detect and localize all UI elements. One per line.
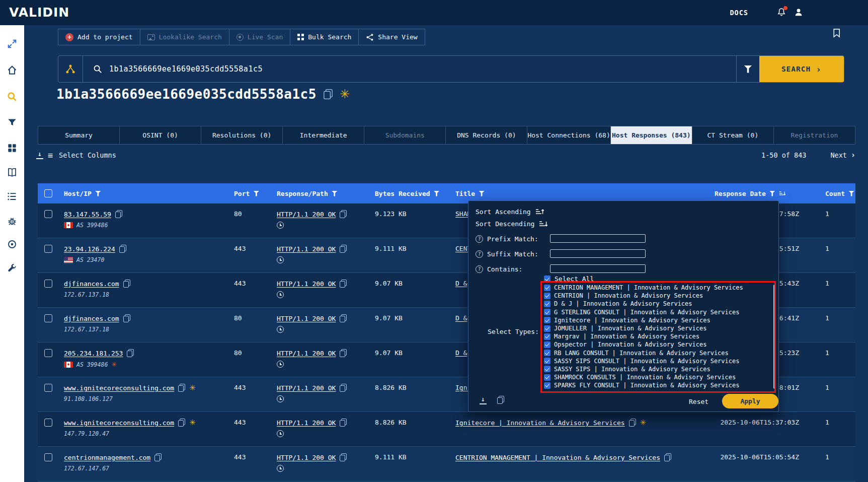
clock-icon[interactable]: [277, 465, 284, 472]
download-icon[interactable]: ↓: [38, 151, 42, 159]
sidebar-item-tools[interactable]: [7, 262, 18, 273]
reset-button[interactable]: Reset: [689, 398, 708, 405]
row-checkbox[interactable]: [44, 280, 52, 288]
filter-icon[interactable]: [95, 191, 101, 196]
checked-checkbox-icon[interactable]: [544, 358, 550, 364]
filter-icon[interactable]: [253, 191, 259, 196]
response-title-link[interactable]: CENTRION MANAGEMENT | Innovation & Advis…: [455, 454, 660, 461]
sort-descending-option[interactable]: Sort Descending: [476, 218, 547, 229]
checked-checkbox-icon[interactable]: [544, 374, 550, 381]
search-input[interactable]: [109, 64, 736, 74]
host-link[interactable]: 205.234.181.253: [64, 350, 123, 357]
clock-icon[interactable]: [277, 326, 284, 333]
checked-checkbox-icon[interactable]: [544, 317, 550, 323]
type-option[interactable]: JOMUELLER | Innovation & Advisory Servic…: [544, 324, 771, 332]
bookmark-icon[interactable]: [831, 28, 842, 40]
response-link[interactable]: HTTP/1.1 200 OK: [277, 211, 336, 218]
copy-icon[interactable]: [629, 419, 636, 427]
row-checkbox[interactable]: [44, 349, 52, 357]
row-checkbox[interactable]: [44, 314, 52, 322]
clock-icon[interactable]: [277, 291, 284, 298]
host-link[interactable]: www.ignitecoreconsulting.com: [64, 384, 174, 392]
checked-checkbox-icon[interactable]: [544, 276, 550, 282]
tab-resolutions[interactable]: Resolutions (0): [201, 126, 283, 145]
favorite-star-icon[interactable]: ✳: [640, 419, 647, 427]
host-link[interactable]: 23.94.126.224: [64, 245, 115, 253]
copy-icon[interactable]: [119, 245, 126, 253]
filter-icon[interactable]: [479, 191, 485, 196]
account-button[interactable]: [794, 7, 805, 18]
response-title-link[interactable]: D &: [455, 349, 467, 357]
sidebar-item-bug[interactable]: [7, 215, 18, 226]
host-link[interactable]: centrionmanagement.com: [64, 454, 150, 461]
checked-checkbox-icon[interactable]: [544, 382, 550, 389]
copy-icon[interactable]: [340, 210, 347, 218]
apply-button[interactable]: Apply: [722, 394, 778, 408]
checked-checkbox-icon[interactable]: [544, 285, 550, 291]
sidebar-item-filter[interactable]: [7, 117, 18, 128]
row-checkbox[interactable]: [44, 384, 52, 392]
copy-icon[interactable]: [340, 245, 347, 253]
type-option[interactable]: Ignitecore | Innovation & Advisory Servi…: [544, 316, 771, 324]
checked-checkbox-icon[interactable]: [544, 366, 550, 372]
response-title-link[interactable]: D &: [455, 314, 467, 322]
row-checkbox[interactable]: [44, 245, 52, 253]
copy-icon[interactable]: [324, 89, 333, 99]
response-link[interactable]: HTTP/1.1 200 OK: [277, 419, 336, 427]
clock-icon[interactable]: [277, 222, 284, 229]
copy-icon[interactable]: [115, 210, 122, 218]
help-icon[interactable]: ?: [476, 250, 483, 258]
copy-icon[interactable]: [154, 453, 162, 461]
docs-link[interactable]: DOCS: [730, 9, 748, 17]
type-option[interactable]: D & J | Innovation & Advisory Services: [544, 300, 771, 308]
graph-mode-button[interactable]: [58, 56, 83, 82]
copy-icon[interactable]: [340, 384, 347, 392]
response-link[interactable]: HTTP/1.1 200 OK: [277, 315, 336, 322]
response-link[interactable]: HTTP/1.1 200 OK: [277, 245, 336, 253]
filter-icon[interactable]: [332, 191, 338, 196]
checked-checkbox-icon[interactable]: [544, 301, 550, 307]
add-to-project-button[interactable]: + Add to project: [58, 29, 140, 45]
scrollbar-thumb[interactable]: [773, 285, 776, 389]
copy-icon[interactable]: [340, 349, 347, 357]
type-option[interactable]: G STERLING CONSULT | Innovation & Adviso…: [544, 308, 771, 316]
tab-intermediate[interactable]: Intermediate: [283, 126, 364, 145]
copy-icon[interactable]: [340, 453, 347, 461]
validin-logo[interactable]: VALIDIN: [9, 5, 69, 20]
response-link[interactable]: HTTP/1.1 200 OK: [277, 384, 336, 392]
clock-icon[interactable]: [277, 430, 284, 437]
filter-icon[interactable]: [434, 191, 440, 196]
clock-icon[interactable]: [277, 395, 284, 402]
sidebar-item-expand[interactable]: [7, 38, 18, 49]
clock-icon[interactable]: [277, 256, 284, 263]
sidebar-item-pivots[interactable]: [7, 239, 18, 250]
favorite-star-icon[interactable]: ✳: [340, 88, 350, 100]
select-all-rows-checkbox[interactable]: [44, 189, 52, 197]
type-option[interactable]: Opspector | Innovation & Advisory Servic…: [544, 340, 771, 349]
tab-osint[interactable]: OSINT (0): [120, 126, 201, 145]
copy-icon[interactable]: [497, 396, 504, 404]
prefix-match-input[interactable]: [550, 234, 646, 243]
type-option[interactable]: RB LANG CONSULT | Innovation & Advisory …: [544, 349, 771, 357]
type-option[interactable]: SASSY SIPS | Innovation & Advisory Servi…: [544, 365, 771, 373]
checked-checkbox-icon[interactable]: [544, 325, 550, 332]
notifications-button[interactable]: [776, 7, 787, 18]
copy-icon[interactable]: [178, 419, 185, 427]
tab-dns-records[interactable]: DNS Records (0): [446, 126, 527, 145]
row-checkbox[interactable]: [44, 453, 52, 461]
sidebar-item-reference[interactable]: [7, 167, 18, 178]
filter-icon[interactable]: [848, 191, 854, 196]
next-page-button[interactable]: Next ›: [830, 151, 855, 160]
tab-ct-stream[interactable]: CT Stream (0): [692, 126, 774, 145]
copy-icon[interactable]: [123, 280, 130, 288]
clock-icon[interactable]: [277, 361, 284, 368]
type-option[interactable]: SPARKS FLY CONSULT | Innovation & Adviso…: [544, 381, 771, 389]
sidebar-item-search[interactable]: [7, 91, 18, 102]
suffix-match-input[interactable]: [550, 249, 646, 258]
tab-summary[interactable]: Summary: [38, 126, 120, 145]
bulk-search-button[interactable]: Bulk Search: [290, 29, 359, 45]
response-link[interactable]: HTTP/1.1 200 OK: [277, 350, 336, 357]
help-icon[interactable]: ?: [476, 265, 483, 273]
type-option[interactable]: Margrav | Innovation & Advisory Services: [544, 332, 771, 340]
checked-checkbox-icon[interactable]: [544, 309, 550, 315]
